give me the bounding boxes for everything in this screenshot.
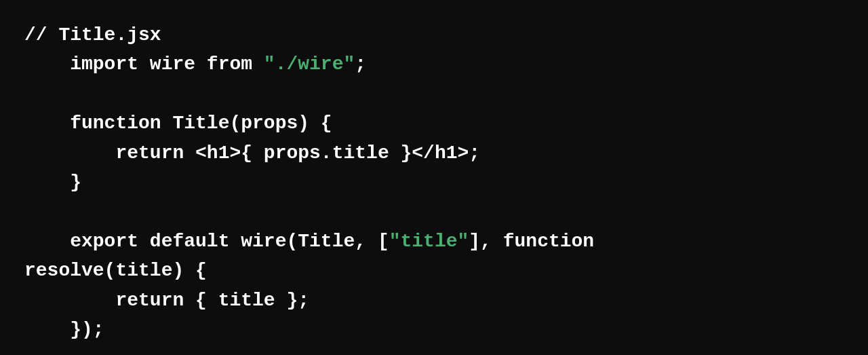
code-line-10: return { title }; bbox=[24, 286, 844, 315]
code-line-11: }); bbox=[24, 315, 844, 344]
string-wire: "./wire" bbox=[264, 54, 355, 75]
code-line-9: resolve(title) { bbox=[24, 256, 844, 285]
code-line-4: function Title(props) { bbox=[24, 109, 844, 138]
comment-text: // Title.jsx bbox=[24, 24, 161, 45]
code-line-1: // Title.jsx bbox=[24, 20, 844, 50]
code-line-7 bbox=[24, 197, 844, 226]
code-block: // Title.jsx import wire from "./wire"; … bbox=[0, 0, 868, 355]
string-title: "title" bbox=[389, 231, 469, 252]
code-line-6: } bbox=[24, 168, 844, 197]
code-line-8: export default wire(Title, ["title"], fu… bbox=[24, 227, 844, 256]
code-line-5: return <h1>{ props.title }</h1>; bbox=[24, 138, 844, 168]
code-line-2: import wire from "./wire"; bbox=[24, 50, 844, 79]
code-line-3 bbox=[24, 79, 844, 109]
